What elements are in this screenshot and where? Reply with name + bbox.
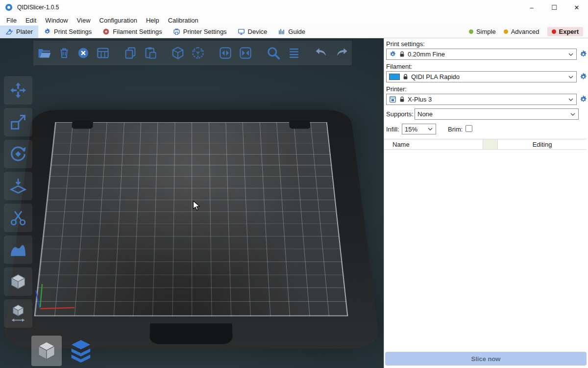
tab-label: Plater <box>16 28 33 35</box>
tab-device[interactable]: Device <box>232 26 273 38</box>
rotate-button[interactable] <box>4 140 32 168</box>
scale-icon <box>9 113 27 131</box>
gear-icon <box>579 50 588 58</box>
infill-combo[interactable]: 15% <box>402 124 436 134</box>
window-title: QIDISlicer-1.0.5 <box>17 4 59 11</box>
column-name: Name <box>384 139 483 149</box>
print-settings-gear-button[interactable] <box>579 50 588 58</box>
minimize-button[interactable]: – <box>520 0 543 15</box>
close-button[interactable]: ✕ <box>565 0 588 15</box>
mode-label: Expert <box>559 28 579 35</box>
maximize-button[interactable]: ☐ <box>543 0 565 15</box>
lock-icon <box>399 96 405 103</box>
arrange-icon <box>96 46 110 60</box>
menu-help[interactable]: Help <box>142 17 164 24</box>
print-settings-value: 0.20mm Fine <box>408 51 445 58</box>
preview-layers-icon <box>69 339 93 363</box>
remove-instance-button[interactable] <box>191 45 205 61</box>
scissors-icon <box>9 209 27 227</box>
bed-clip-left <box>72 121 93 129</box>
printer-icon <box>389 96 396 103</box>
tab-print-settings[interactable]: Print Settings <box>38 26 97 38</box>
filament-label: Filament: <box>386 63 412 70</box>
split-objects-icon <box>218 46 233 60</box>
app-logo-icon <box>5 3 13 11</box>
paint-supports-button[interactable] <box>4 236 32 264</box>
menu-file[interactable]: File <box>2 17 21 24</box>
lock-icon <box>399 51 405 57</box>
cut-button[interactable] <box>4 204 32 232</box>
main-area: Print settings: 0.20mm Fine <box>0 38 588 368</box>
menu-calibration[interactable]: Calibration <box>164 17 203 24</box>
place-on-face-button[interactable] <box>4 172 32 200</box>
tab-guide[interactable]: Guide <box>272 26 311 38</box>
delete-button[interactable] <box>57 45 71 61</box>
filament-color-swatch <box>389 74 400 80</box>
plater-toolbar <box>33 41 352 65</box>
bed-grid-surface <box>34 122 348 316</box>
arrange-button[interactable] <box>96 45 110 61</box>
preset-gear-icon <box>389 51 396 58</box>
print-settings-icon <box>44 28 51 35</box>
column-extruder <box>483 139 498 149</box>
tab-label: Printer Settings <box>183 28 227 35</box>
mode-label: Simple <box>476 28 496 35</box>
move-icon <box>9 81 27 100</box>
printer-combo[interactable]: X-Plus 3 <box>386 94 577 105</box>
add-instance-cube-icon <box>171 46 185 60</box>
object-list: Name Editing <box>384 139 587 349</box>
paste-icon <box>143 46 158 60</box>
preview-view-button[interactable] <box>66 336 96 366</box>
search-button[interactable] <box>266 45 281 61</box>
mode-advanced[interactable]: Advanced <box>504 28 539 35</box>
measure-button[interactable] <box>4 299 32 328</box>
gear-icon <box>579 95 588 104</box>
editor-view-button[interactable] <box>31 336 62 366</box>
seam-button[interactable] <box>4 267 32 296</box>
paint-blob-icon <box>9 240 27 259</box>
move-button[interactable] <box>4 76 32 105</box>
slice-now-button[interactable]: Slice now <box>385 352 587 366</box>
chevron-down-icon <box>567 76 574 79</box>
mode-expert[interactable]: Expert <box>547 27 583 36</box>
brim-checkbox[interactable] <box>466 125 472 132</box>
tab-plater[interactable]: Plater <box>0 26 38 38</box>
printer-gear-button[interactable] <box>579 95 588 104</box>
trash-icon <box>57 46 71 60</box>
menu-window[interactable]: Window <box>41 17 72 24</box>
tab-filament-settings[interactable]: Filament Settings <box>97 26 167 38</box>
filament-gear-button[interactable] <box>579 73 588 81</box>
variable-layer-height-button[interactable] <box>287 45 301 61</box>
copy-button[interactable] <box>123 45 138 61</box>
filament-settings-icon <box>102 28 110 35</box>
device-icon <box>238 28 245 35</box>
delete-all-button[interactable] <box>76 45 90 61</box>
chevron-down-icon <box>427 128 434 131</box>
menu-edit[interactable]: Edit <box>21 17 41 24</box>
mode-label: Advanced <box>511 28 539 35</box>
menu-configuration[interactable]: Configuration <box>95 17 142 24</box>
app-window: QIDISlicer-1.0.5 – ☐ ✕ File Edit Window … <box>0 0 588 368</box>
menu-view[interactable]: View <box>73 17 95 24</box>
redo-button[interactable] <box>334 45 349 61</box>
scale-button[interactable] <box>4 108 32 136</box>
undo-button[interactable] <box>314 45 329 61</box>
paste-button[interactable] <box>143 45 158 61</box>
supports-combo[interactable]: None <box>415 108 579 120</box>
viewport-3d[interactable] <box>0 38 384 368</box>
split-parts-button[interactable] <box>238 45 253 61</box>
window-controls: – ☐ ✕ <box>520 0 588 15</box>
settings-sidebar: Print settings: 0.20mm Fine <box>384 38 588 368</box>
supports-value: None <box>417 110 433 118</box>
open-button[interactable] <box>37 45 52 61</box>
filament-combo[interactable]: QIDI PLA Rapido <box>386 71 577 82</box>
tab-printer-settings[interactable]: Printer Settings <box>168 26 232 38</box>
mode-simple[interactable]: Simple <box>469 28 496 35</box>
print-settings-combo[interactable]: 0.20mm Fine <box>386 49 577 60</box>
infill-value: 15% <box>405 126 417 133</box>
menu-bar: File Edit Window View Configuration Help… <box>0 15 588 26</box>
add-instance-button[interactable] <box>171 45 185 61</box>
remove-instance-cube-icon <box>191 46 205 60</box>
object-list-body[interactable] <box>384 150 587 349</box>
split-objects-button[interactable] <box>218 45 233 61</box>
